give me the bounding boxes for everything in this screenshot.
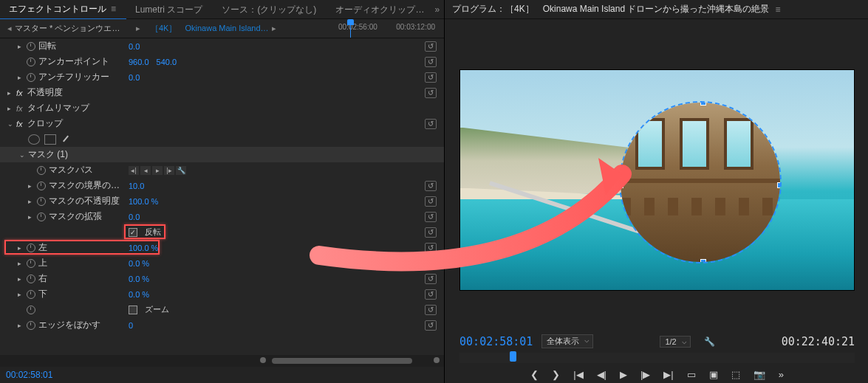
mask-handle[interactable] — [700, 101, 706, 106]
param-value[interactable]: 100.0 % — [129, 244, 158, 252]
chevron-left-icon[interactable]: ◂ — [7, 24, 12, 33]
mask-handle[interactable] — [700, 259, 706, 263]
stopwatch-icon[interactable] — [37, 197, 46, 206]
tab-effect-controls[interactable]: エフェクトコントロール≡ — [0, 0, 126, 20]
mask-ellipse-button[interactable] — [28, 134, 40, 145]
mark-out-button[interactable]: ❯ — [552, 369, 560, 380]
reset-button[interactable]: ↺ — [425, 88, 437, 98]
export-frame-button[interactable]: ⬚ — [731, 369, 740, 380]
zoom-checkbox[interactable] — [129, 306, 137, 314]
disclosure-icon[interactable]: ▸ — [18, 322, 24, 329]
disclosure-icon[interactable]: ▸ — [28, 213, 34, 221]
disclosure-icon[interactable]: ▸ — [18, 275, 24, 283]
mask-pen-button[interactable] — [61, 134, 71, 145]
disclosure-icon[interactable]: ▸ — [18, 74, 24, 81]
stopwatch-icon[interactable] — [27, 321, 35, 330]
stopwatch-icon[interactable] — [27, 42, 35, 51]
fx-badge-icon[interactable]: fx — [16, 89, 23, 97]
reset-button[interactable]: ↺ — [425, 119, 437, 129]
invert-checkbox[interactable]: ✓ — [129, 228, 137, 237]
reset-button[interactable]: ↺ — [425, 320, 437, 331]
reset-button[interactable]: ↺ — [425, 196, 437, 207]
footer-timecode[interactable]: 00:02:58:01 — [0, 367, 444, 383]
step-back-button[interactable]: ◀| — [597, 369, 606, 380]
stopwatch-icon[interactable] — [27, 290, 35, 299]
reset-button[interactable]: ↺ — [425, 274, 437, 284]
reset-button[interactable]: ↺ — [425, 258, 437, 269]
reset-button[interactable]: ↺ — [425, 72, 437, 83]
chevron-right-icon[interactable]: ▸ — [272, 24, 276, 33]
disclosure-icon[interactable]: ▸ — [18, 291, 24, 298]
resolution-select[interactable]: 1/2 — [660, 336, 690, 348]
stopwatch-icon[interactable] — [27, 73, 35, 82]
disclosure-icon[interactable]: ▸ — [7, 105, 13, 112]
reset-button[interactable]: ↺ — [425, 305, 437, 315]
goto-out-button[interactable]: ▶| — [663, 369, 673, 380]
horizontal-scrollbar[interactable] — [0, 355, 444, 367]
stopwatch-icon[interactable] — [27, 259, 35, 268]
mask-handle[interactable] — [777, 182, 782, 188]
param-value[interactable]: 0.0 % — [129, 259, 149, 268]
track-back-button[interactable]: ◂| — [129, 166, 139, 175]
reset-button[interactable]: ↺ — [425, 289, 437, 300]
zoom-fit-select[interactable]: 全体表示 — [541, 334, 593, 348]
mark-in-button[interactable]: ❮ — [530, 369, 539, 380]
stopwatch-icon[interactable] — [27, 58, 35, 66]
param-value[interactable]: 0.0 — [129, 213, 140, 221]
stopwatch-icon[interactable] — [37, 213, 46, 221]
disclosure-icon[interactable]: ▸ — [28, 182, 34, 190]
program-ruler[interactable] — [459, 353, 855, 363]
track-settings-button[interactable]: 🔧 — [176, 166, 186, 175]
nested-clip-label[interactable]: ［4K］ Okinawa Main Island… — [151, 23, 269, 34]
snapshot-button[interactable]: 📷 — [753, 369, 765, 380]
disclosure-icon[interactable]: ▸ — [7, 89, 13, 97]
stopwatch-icon[interactable] — [27, 275, 35, 283]
tab-lumetri[interactable]: Lumetri スコープ — [126, 0, 213, 19]
play-button[interactable]: ▶ — [620, 369, 627, 380]
disclosure-icon[interactable]: ⌄ — [19, 151, 25, 159]
fx-badge-icon[interactable]: fx — [16, 120, 23, 128]
panel-menu-icon[interactable]: ≡ — [111, 4, 116, 14]
tab-source[interactable]: ソース：(クリップなし) — [213, 0, 327, 19]
fx-badge-icon[interactable]: fx — [16, 104, 23, 113]
chevron-right-icon[interactable]: ▸ — [136, 24, 140, 33]
track-next-button[interactable]: |▸ — [164, 166, 174, 175]
settings-wrench-icon[interactable]: 🔧 — [704, 337, 715, 347]
stopwatch-icon[interactable] — [37, 182, 46, 190]
disclosure-icon[interactable]: ▸ — [28, 198, 34, 205]
disclosure-icon[interactable]: ▸ — [18, 43, 24, 50]
mask-item[interactable]: ⌄マスク (1) — [0, 147, 444, 162]
reset-button[interactable]: ↺ — [425, 243, 437, 253]
disclosure-icon[interactable]: ▸ — [18, 260, 24, 267]
extract-button[interactable]: ▣ — [709, 369, 718, 380]
button-editor-button[interactable]: » — [779, 369, 784, 380]
reset-button[interactable]: ↺ — [425, 212, 437, 222]
param-value[interactable]: 0.0 % — [129, 275, 149, 283]
param-value-y[interactable]: 540.0 — [157, 58, 177, 66]
disclosure-icon[interactable]: ▸ — [18, 244, 24, 252]
current-timecode[interactable]: 00:02:58:01 — [459, 335, 533, 348]
track-play-button[interactable]: ▸ — [152, 166, 163, 175]
mini-timeline[interactable]: 00:02:56:00 00:03:12:00 — [285, 19, 440, 38]
param-value[interactable]: 100.0 % — [129, 197, 158, 206]
stopwatch-icon[interactable] — [27, 244, 35, 252]
reset-button[interactable]: ↺ — [425, 227, 437, 238]
param-value[interactable]: 10.0 — [129, 182, 144, 190]
reset-button[interactable]: ↺ — [425, 181, 437, 191]
scroll-thumb[interactable] — [272, 358, 412, 364]
stopwatch-icon[interactable] — [27, 306, 35, 314]
reset-button[interactable]: ↺ — [425, 41, 437, 52]
scroll-handle-icon[interactable] — [434, 357, 440, 363]
stopwatch-icon[interactable] — [37, 166, 46, 175]
disclosure-icon[interactable]: ⌄ — [7, 120, 13, 128]
reset-button[interactable]: ↺ — [425, 57, 437, 67]
param-value[interactable]: 0.0 — [129, 42, 140, 51]
tab-audio[interactable]: オーディオクリップ… — [327, 0, 434, 19]
tabs-overflow-icon[interactable]: » — [434, 4, 444, 15]
param-value[interactable]: 0.0 % — [129, 290, 149, 299]
track-prev-button[interactable]: ◂ — [140, 166, 151, 175]
scroll-handle-icon[interactable] — [260, 357, 266, 363]
panel-menu-icon[interactable]: ≡ — [775, 4, 780, 15]
step-forward-button[interactable]: |▶ — [640, 369, 650, 380]
goto-in-button[interactable]: |◀ — [573, 369, 583, 380]
